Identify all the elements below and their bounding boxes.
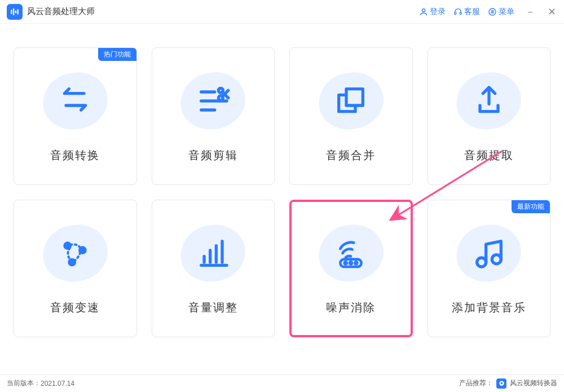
card-label: 音量调整	[188, 300, 238, 315]
headset-icon	[453, 7, 462, 16]
menu-icon	[488, 7, 497, 16]
product-recommend[interactable]: 产品推荐： 风云视频转换器	[459, 378, 557, 389]
card-audio-extract[interactable]: 音频提取	[428, 47, 551, 185]
card-label: 音频变速	[50, 300, 100, 315]
card-bg-music[interactable]: 最新功能 添加背景音乐	[428, 200, 551, 337]
svg-point-31	[355, 262, 358, 264]
svg-rect-0	[11, 10, 12, 14]
volume-bars-icon	[195, 235, 231, 271]
titlebar: 风云音频处理大师 登录 客服 菜单 － ✕	[0, 0, 564, 24]
version-value: 2021.07.14	[41, 380, 74, 387]
login-label: 登录	[430, 7, 446, 17]
card-volume-adjust[interactable]: 音量调整	[152, 200, 275, 337]
card-audio-cut[interactable]: 音频剪辑	[152, 47, 275, 185]
reco-logo-icon	[496, 378, 506, 389]
svg-point-30	[350, 262, 352, 264]
svg-rect-2	[15, 10, 16, 13]
card-label: 音频转换	[50, 148, 100, 163]
menu-label: 菜单	[499, 7, 514, 17]
merge-icon	[333, 83, 369, 119]
card-audio-speed[interactable]: 音频变速	[14, 200, 137, 337]
scissors-icon	[195, 83, 231, 119]
service-label: 客服	[464, 7, 480, 17]
svg-rect-19	[346, 89, 363, 105]
app-title: 风云音频处理大师	[27, 6, 95, 17]
service-button[interactable]: 客服	[453, 7, 480, 17]
svg-rect-1	[13, 8, 14, 15]
minimize-button[interactable]: －	[525, 5, 536, 19]
reco-label: 产品推荐：	[459, 378, 493, 388]
noise-icon	[333, 235, 369, 271]
new-badge: 最新功能	[512, 200, 550, 213]
login-button[interactable]: 登录	[419, 7, 446, 17]
svg-point-29	[345, 262, 347, 264]
card-label: 音频合并	[326, 148, 376, 163]
convert-icon	[57, 83, 93, 119]
svg-rect-5	[455, 12, 456, 14]
svg-point-4	[422, 8, 425, 11]
close-button[interactable]: ✕	[546, 6, 557, 18]
user-icon	[419, 7, 428, 16]
svg-point-36	[500, 382, 503, 385]
app-logo-icon	[7, 4, 23, 20]
card-audio-merge[interactable]: 音频合并	[289, 47, 413, 185]
svg-rect-3	[17, 9, 19, 14]
music-icon	[471, 235, 507, 271]
card-label: 音频剪辑	[188, 148, 238, 163]
card-label: 噪声消除	[326, 300, 376, 315]
extract-icon	[471, 83, 507, 119]
feature-grid: 热门功能 音频转换 音频剪辑 音频合并 音频提取 音频变速	[0, 24, 564, 349]
version-label: 当前版本：	[7, 378, 41, 388]
card-audio-convert[interactable]: 热门功能 音频转换	[14, 47, 137, 185]
card-label: 音频提取	[464, 148, 514, 163]
menu-button[interactable]: 菜单	[488, 7, 514, 17]
footer: 当前版本： 2021.07.14 产品推荐： 风云视频转换器	[0, 374, 564, 392]
card-label: 添加背景音乐	[452, 300, 526, 315]
speed-icon	[57, 235, 93, 271]
hot-badge: 热门功能	[98, 48, 136, 61]
svg-rect-6	[460, 12, 461, 14]
reco-name: 风云视频转换器	[510, 378, 557, 388]
card-noise-remove[interactable]: 噪声消除	[289, 200, 413, 337]
